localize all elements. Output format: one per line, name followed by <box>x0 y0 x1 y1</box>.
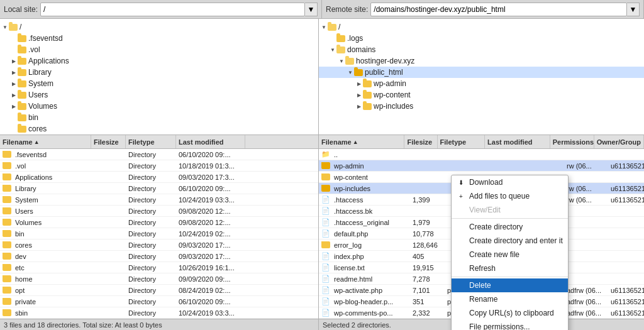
folder-icon <box>354 69 363 76</box>
local-tree-item[interactable]: bin <box>0 112 318 123</box>
context-menu-item[interactable]: Create new file <box>452 248 568 261</box>
local-tree-item[interactable]: ▶ Applications <box>0 55 318 67</box>
context-menu-item[interactable]: Refresh <box>452 261 568 275</box>
context-menu-item[interactable]: Rename <box>452 292 568 306</box>
local-tree-item[interactable]: .vol <box>0 44 318 55</box>
col-header-owner-remote[interactable]: Owner/Group <box>594 135 644 148</box>
file-name: .fseventsd <box>0 151 91 158</box>
context-menu-item-icon <box>457 223 465 231</box>
context-menu-item-icon <box>457 206 465 214</box>
local-file-row[interactable]: etc Directory 10/26/2019 16:1... <box>0 262 318 273</box>
remote-tree-item[interactable]: ▶ wp-admin <box>319 78 644 89</box>
context-menu-item-label: Create directory and enter it <box>469 236 563 245</box>
file-icon: 📄 <box>321 229 330 238</box>
col-header-modified-local[interactable]: Last modified <box>176 135 245 148</box>
col-header-filetype-remote[interactable]: Filetype <box>438 135 486 148</box>
remote-site-input[interactable] <box>370 3 627 16</box>
col-header-filetype-local[interactable]: Filetype <box>126 135 176 148</box>
tree-arrow: ▶ <box>355 102 363 110</box>
remote-tree-item[interactable]: ▼ public_html <box>319 67 644 78</box>
local-tree-item[interactable]: ▼ / <box>0 21 318 33</box>
file-perms: adfrw (06... <box>564 287 608 294</box>
local-site-input[interactable] <box>40 3 305 16</box>
context-menu-item[interactable]: Create directory <box>452 220 568 234</box>
local-tree-item[interactable]: .fseventsd <box>0 33 318 44</box>
remote-file-row[interactable]: wp-admin rw (06... u61136521... <box>319 160 644 172</box>
context-menu-item[interactable]: Copy URL(s) to clipboard <box>452 306 568 320</box>
context-menu-item-icon <box>457 236 465 245</box>
col-header-modified-remote[interactable]: Last modified <box>485 135 550 148</box>
remote-tree[interactable]: ▼ / .logs ▼ domains ▼ hostinger-dev.xyz … <box>319 19 644 135</box>
local-file-list[interactable]: Filename ▲ Filesize Filetype Last modifi… <box>0 135 318 319</box>
file-name: home <box>0 275 91 283</box>
folder-icon <box>3 207 11 214</box>
file-size: 405 <box>410 253 445 260</box>
file-perms: adfrw (06... <box>564 309 608 317</box>
local-file-row[interactable]: private Directory 06/10/2020 09:... <box>0 296 318 307</box>
folder-icon <box>18 126 26 133</box>
col-header-filesize-local[interactable]: Filesize <box>91 135 126 148</box>
local-file-row[interactable]: cores Directory 09/03/2020 17:... <box>0 239 318 251</box>
local-file-row[interactable]: home Directory 09/09/2020 09:... <box>0 273 318 285</box>
folder-icon <box>18 80 26 87</box>
file-modified: 10/24/2019 02:... <box>176 230 245 238</box>
context-menu-item-label: View/Edit <box>469 206 501 214</box>
file-size: 128,646 <box>410 241 445 249</box>
local-file-row[interactable]: sbin Directory 10/24/2019 03:3... <box>0 307 318 319</box>
context-menu: ⬇ Download + Add files to queue View/Edi… <box>451 175 569 330</box>
local-file-row[interactable]: dev Directory 09/03/2020 17:... <box>0 251 318 262</box>
context-menu-item[interactable]: Delete <box>452 278 568 292</box>
local-site-dropdown[interactable]: ▼ <box>305 3 318 16</box>
col-header-filename-local[interactable]: Filename ▲ <box>0 135 91 148</box>
local-file-row[interactable]: Library Directory 06/10/2020 09:... <box>0 183 318 194</box>
file-modified: 06/10/2020 09:... <box>176 151 245 158</box>
remote-tree-item[interactable]: ▶ wp-includes <box>319 101 644 112</box>
file-perms: rw (06... <box>564 185 608 192</box>
file-name: 📄 .htaccess_original <box>319 218 410 226</box>
local-tree-item[interactable]: ▶ Users <box>0 89 318 101</box>
local-tree-item[interactable]: ▶ System <box>0 78 318 89</box>
local-tree[interactable]: ▼ / .fseventsd .vol ▶ Applications ▶ Lib… <box>0 19 318 135</box>
file-type: Directory <box>126 241 176 249</box>
local-file-row[interactable]: opt Directory 08/24/2019 02:... <box>0 285 318 296</box>
col-header-filesize-remote[interactable]: Filesize <box>404 135 437 148</box>
remote-tree-item[interactable]: ▼ / <box>319 21 644 33</box>
local-file-row[interactable]: .vol Directory 10/18/2019 01:3... <box>0 160 318 172</box>
local-tree-item[interactable]: ▶ Volumes <box>0 101 318 112</box>
col-header-filename-remote[interactable]: Filename ▲ <box>319 135 404 148</box>
file-type: Directory <box>126 253 176 260</box>
context-menu-item[interactable]: File permissions... <box>452 320 568 330</box>
remote-tree-item[interactable]: .logs <box>319 33 644 44</box>
context-menu-item[interactable]: + Add files to queue <box>452 189 568 203</box>
tree-arrow: ▼ <box>1 23 9 31</box>
file-perms: rw (06... <box>564 162 608 170</box>
file-name: 📄 default.php <box>319 229 410 238</box>
remote-tree-item[interactable]: ▼ domains <box>319 44 644 55</box>
col-header-permissions-remote[interactable]: Permissions <box>550 135 594 148</box>
context-menu-item[interactable]: Create directory and enter it <box>452 234 568 248</box>
local-tree-item[interactable]: ▶ Library <box>0 67 318 78</box>
file-type: Directory <box>126 173 176 181</box>
remote-tree-item[interactable]: ▶ wp-content <box>319 89 644 101</box>
remote-file-list-header: Filename ▲ Filesize Filetype Last modifi… <box>319 135 644 149</box>
context-menu-item-label: Rename <box>469 295 497 304</box>
remote-file-row[interactable]: 📁 .. <box>319 149 644 160</box>
local-file-row[interactable]: Applications Directory 09/03/2020 17:3..… <box>0 172 318 183</box>
local-tree-item[interactable]: cores <box>0 123 318 135</box>
context-menu-item-label: Create directory <box>469 223 523 231</box>
file-size: 351 <box>410 298 445 305</box>
remote-tree-item[interactable]: ▼ hostinger-dev.xyz <box>319 55 644 67</box>
folder-icon <box>3 241 11 248</box>
tree-item-label: .fseventsd <box>28 34 63 43</box>
local-file-row[interactable]: Volumes Directory 09/08/2020 12:... <box>0 217 318 228</box>
tree-item-label: / <box>19 23 21 31</box>
file-owner: u61136521... <box>608 185 644 192</box>
context-menu-item[interactable]: ⬇ Download <box>452 175 568 189</box>
file-name: wp-includes <box>319 185 410 192</box>
local-file-row[interactable]: Users Directory 09/08/2020 12:... <box>0 206 318 217</box>
local-file-row[interactable]: System Directory 10/24/2019 03:3... <box>0 194 318 206</box>
local-file-row[interactable]: bin Directory 10/24/2019 02:... <box>0 228 318 239</box>
file-owner: u61136521... <box>608 309 644 317</box>
remote-site-dropdown[interactable]: ▼ <box>627 3 640 16</box>
local-file-row[interactable]: .fseventsd Directory 06/10/2020 09:... <box>0 149 318 160</box>
